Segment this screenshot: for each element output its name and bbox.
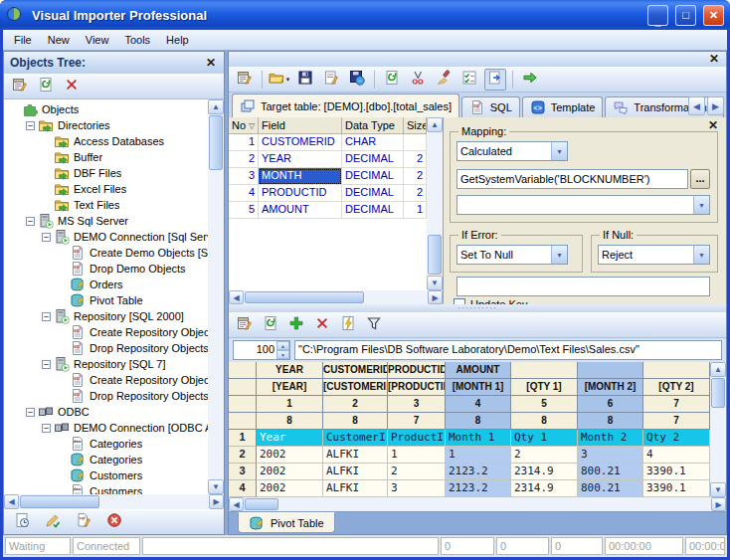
edit-check-button[interactable]	[42, 511, 64, 533]
mapping-expression-input[interactable]: GetSystemVariable('BLOCKNUMBER')	[456, 169, 688, 189]
preview-horizontal-scrollbar[interactable]: ◀ ▶	[229, 497, 726, 511]
expander-icon[interactable]: −	[42, 360, 51, 369]
preview-header-cell[interactable]: 8	[257, 413, 323, 430]
scrollbar-thumb[interactable]	[245, 498, 278, 510]
preview-cell[interactable]: 3	[388, 480, 446, 497]
tree-item-customers[interactable]: Customers	[4, 467, 208, 483]
field-name[interactable]: MONTH	[259, 168, 342, 185]
preview-cell[interactable]: 4	[643, 447, 710, 464]
preview-cell[interactable]: 2	[511, 447, 578, 464]
field-grid-horizontal-scrollbar[interactable]: ◀ ▶	[229, 290, 443, 304]
tree-item-drop-repository-objects[interactable]: sqlDrop Repository Objects	[4, 388, 208, 404]
field-grid-vertical-scrollbar[interactable]: ▲ ▼	[427, 117, 443, 290]
tree-vertical-scrollbar[interactable]: ▲ ▼	[208, 99, 224, 494]
tree-horizontal-scrollbar[interactable]: ◀ ▶	[4, 494, 224, 509]
preview-cell[interactable]: CustomerI	[323, 430, 388, 447]
menu-file[interactable]: File	[6, 32, 40, 48]
tree-item-drop-repository-objects[interactable]: sqlDrop Repository Objects	[4, 340, 208, 356]
preview-header-cell[interactable]: 7	[643, 413, 710, 430]
menu-new[interactable]: New	[40, 32, 78, 48]
tab-scroll-left-icon[interactable]: ◀	[688, 96, 705, 115]
preview-cell[interactable]: Qty 2	[643, 430, 710, 447]
tree-item-dbf-files[interactable]: DBF Files	[4, 165, 208, 181]
editor-close-button[interactable]: ✕	[707, 52, 721, 66]
column-header-no[interactable]: No▽	[229, 117, 259, 134]
expression-builder-button[interactable]: ...	[690, 169, 710, 189]
field-row[interactable]: 3MONTHDECIMAL2	[229, 168, 427, 185]
expander-icon[interactable]: −	[42, 424, 51, 433]
preview-cell[interactable]: Qty 1	[511, 430, 578, 447]
mapping-type-select[interactable]: Calculated ▼	[456, 141, 568, 161]
delete-button[interactable]	[311, 314, 333, 336]
tree-item-categories[interactable]: Categories	[4, 452, 208, 467]
if-error-select[interactable]: Set To Null ▼	[456, 245, 568, 265]
preview-header-cell[interactable]: 8	[323, 413, 388, 430]
field-name[interactable]: YEAR	[259, 151, 342, 168]
field-row[interactable]: 4PRODUCTIDDECIMAL2	[229, 185, 427, 202]
tab-scroll-right-icon[interactable]: ▶	[707, 96, 724, 115]
tree-item-text-files[interactable]: Text Files	[4, 197, 208, 213]
spin-up-icon[interactable]: ▲	[276, 341, 289, 350]
tree-item-drop-demo-objects[interactable]: sqlDrop Demo Objects	[4, 261, 208, 277]
preview-data-row[interactable]: 22002ALFKI11234	[229, 447, 710, 464]
source-file-path-input[interactable]: "C:\Program Files\DB Software Laboratory…	[294, 340, 722, 360]
filter-button[interactable]	[363, 314, 385, 336]
preview-cell[interactable]: 3390.1	[643, 464, 710, 480]
scroll-down-icon[interactable]: ▼	[427, 276, 443, 290]
scroll-left-icon[interactable]: ◀	[229, 497, 244, 511]
preview-cell[interactable]: 2123.2	[446, 464, 511, 480]
row-limit-spinner[interactable]: 100 ▲ ▼	[233, 340, 290, 360]
preview-header-cell[interactable]: 2	[323, 396, 388, 413]
scroll-up-icon[interactable]: ▲	[710, 362, 726, 377]
tree-item-create-repository-objects[interactable]: sqlCreate Repository Objects	[4, 372, 208, 388]
preview-header-cell[interactable]: CUSTOMERID	[323, 362, 388, 379]
field-name[interactable]: PRODUCTID	[259, 185, 342, 202]
expander-icon[interactable]: −	[26, 121, 35, 130]
preview-header-cell[interactable]: [PRODUCTID]	[388, 379, 446, 396]
refresh-button[interactable]	[35, 76, 57, 97]
delete-button[interactable]	[61, 76, 83, 97]
tree-item-directories[interactable]: −Directories	[4, 117, 208, 133]
preview-header-cell[interactable]: 8	[578, 413, 643, 430]
tab-template[interactable]: <>Template	[522, 96, 604, 117]
properties-button[interactable]	[234, 314, 256, 336]
scroll-left-icon[interactable]: ◀	[4, 494, 19, 509]
brush-button[interactable]	[433, 69, 455, 91]
scroll-up-icon[interactable]: ▲	[208, 99, 224, 114]
column-header-size[interactable]: Size/	[404, 117, 427, 134]
preview-header-cell[interactable]: 3	[388, 396, 446, 413]
horizontal-splitter[interactable]: ··········	[229, 304, 726, 312]
column-header-field[interactable]: Field	[259, 117, 342, 134]
tree-item-create-demo-objects-script[interactable]: sqlCreate Demo Objects [Script]	[4, 245, 208, 261]
minimize-button[interactable]: _	[647, 5, 668, 26]
preview-header-cell[interactable]	[578, 362, 643, 379]
preview-header-cell[interactable]: YEAR	[257, 362, 323, 379]
scroll-down-icon[interactable]: ▼	[710, 482, 726, 497]
preview-cell[interactable]: ALFKI	[323, 464, 388, 480]
scrollbar-thumb[interactable]	[428, 235, 442, 275]
tree-item-create-repository-objects[interactable]: sqlCreate Repository Objects	[4, 324, 208, 340]
scrollbar-thumb[interactable]	[245, 291, 364, 303]
scroll-right-icon[interactable]: ▶	[711, 497, 726, 511]
preview-cell[interactable]: 800.21	[578, 480, 643, 497]
expander-icon[interactable]: −	[26, 217, 35, 226]
tree-item-excel-files[interactable]: Excel Files	[4, 181, 208, 197]
preview-cell[interactable]: 800.21	[578, 464, 643, 480]
tree-item-customers[interactable]: dataCustomers	[4, 483, 208, 494]
scrollbar-thumb[interactable]	[209, 115, 223, 170]
preview-cell[interactable]: 2002	[257, 447, 323, 464]
objects-tree-close-button[interactable]: ✕	[204, 56, 218, 70]
tree-item-buffer[interactable]: Buffer	[4, 149, 208, 165]
tree-item-access-databases[interactable]: Access Databases	[4, 133, 208, 149]
preview-header-cell[interactable]: 8	[511, 413, 578, 430]
check-form-button[interactable]	[458, 69, 480, 91]
schedule-button[interactable]	[11, 511, 33, 533]
expander-icon[interactable]: −	[42, 233, 51, 242]
preview-cell[interactable]: 2314.9	[511, 464, 578, 480]
refresh-button[interactable]	[381, 69, 403, 91]
menu-tools[interactable]: Tools	[116, 32, 158, 48]
preview-cell[interactable]: 3	[578, 447, 643, 464]
preview-header-cell[interactable]: 4	[446, 396, 511, 413]
field-row[interactable]: 5AMOUNTDECIMAL1	[229, 202, 427, 219]
preview-header-cell[interactable]: 1	[257, 396, 323, 413]
